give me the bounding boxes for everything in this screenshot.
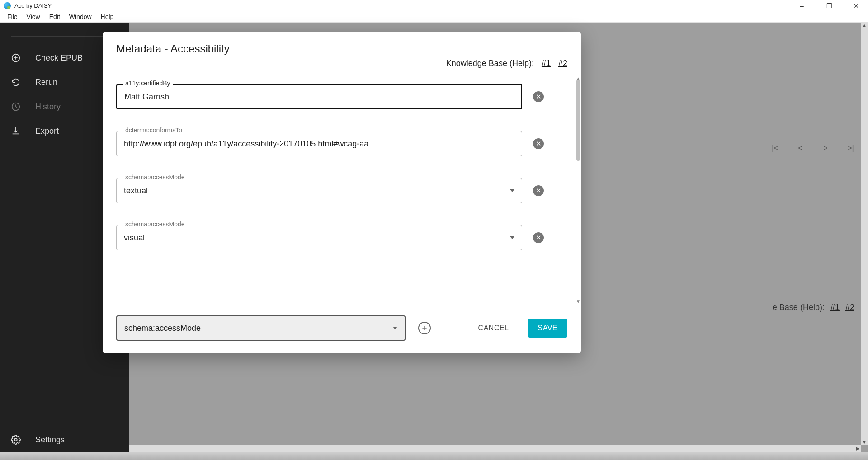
conformsto-input[interactable] [116, 131, 522, 156]
field-accessmode-2: schema:accessMode visual [116, 225, 522, 250]
field-certifiedby: a11y:certifiedBy [116, 84, 522, 109]
close-icon[interactable]: ✕ [848, 2, 864, 9]
page-first-icon[interactable]: |< [767, 140, 783, 156]
pagination: |< < > >| [767, 140, 859, 156]
gear-icon [11, 435, 21, 445]
close-x-icon: ✕ [536, 140, 542, 148]
close-x-icon: ✕ [536, 93, 542, 101]
scroll-right-icon[interactable]: ▶ [854, 446, 861, 451]
menubar: File View Edit Window Help [0, 11, 868, 23]
accessmode-select-1[interactable]: textual [116, 178, 522, 203]
field-row-certifiedby: a11y:certifiedBy ✕ [116, 84, 569, 109]
delete-field-button[interactable]: ✕ [533, 91, 544, 102]
history-icon [11, 102, 21, 112]
kb-bg-link-1[interactable]: #1 [830, 303, 840, 312]
field-label: a11y:certifiedBy [123, 80, 173, 87]
sidebar-item-label: Export [35, 127, 59, 136]
chevron-down-icon [510, 189, 514, 192]
field-label: dcterms:conformsTo [123, 127, 185, 134]
field-row-accessmode-1: schema:accessMode textual ✕ [116, 178, 569, 203]
scroll-down-icon[interactable]: ▼ [576, 299, 581, 304]
download-icon [11, 126, 21, 136]
taskbar [0, 452, 868, 460]
certifiedby-input[interactable] [116, 84, 522, 109]
save-button[interactable]: SAVE [528, 319, 568, 338]
add-metadata-button[interactable] [418, 322, 431, 334]
select-value: textual [124, 186, 148, 196]
delete-field-button[interactable]: ✕ [533, 232, 544, 243]
chevron-down-icon [393, 327, 397, 329]
scroll-down-icon[interactable]: ▼ [861, 439, 868, 445]
scroll-up-icon[interactable]: ▲ [861, 23, 868, 28]
delete-field-button[interactable]: ✕ [533, 138, 544, 149]
sidebar-item-label: Settings [35, 435, 65, 445]
sidebar-item-label: Rerun [35, 78, 57, 87]
chevron-down-icon [510, 236, 514, 239]
dialog-header: Metadata - Accessibility Knowledge Base … [103, 32, 581, 75]
cancel-button[interactable]: CANCEL [472, 319, 515, 337]
accessmode-select-2[interactable]: visual [116, 225, 522, 250]
menu-view[interactable]: View [22, 12, 45, 21]
menu-file[interactable]: File [3, 12, 22, 21]
maximize-icon[interactable]: ❐ [821, 2, 837, 9]
svg-point-4 [14, 438, 17, 441]
field-accessmode-1: schema:accessMode textual [116, 178, 522, 203]
select-value: visual [124, 233, 145, 243]
vertical-scrollbar[interactable]: ▲ ▼ [861, 23, 868, 445]
window-controls: – ❐ ✕ [794, 2, 864, 9]
dialog-footer: schema:accessMode CANCEL SAVE [103, 305, 581, 353]
field-row-accessmode-2: schema:accessMode visual ✕ [116, 225, 569, 250]
page-last-icon[interactable]: >| [843, 140, 859, 156]
sidebar-item-settings[interactable]: Settings [0, 427, 129, 452]
menu-window[interactable]: Window [65, 12, 96, 21]
plus-icon [421, 324, 428, 332]
plus-circle-icon [11, 53, 21, 63]
close-x-icon: ✕ [536, 187, 542, 195]
sidebar-item-label: Check EPUB [35, 53, 83, 63]
menu-help[interactable]: Help [96, 12, 118, 21]
menu-edit[interactable]: Edit [45, 12, 65, 21]
minimize-icon[interactable]: – [794, 2, 810, 9]
page-prev-icon[interactable]: < [792, 140, 808, 156]
horizontal-scrollbar[interactable]: ▶ [129, 445, 861, 452]
close-x-icon: ✕ [536, 234, 542, 242]
sidebar-divider [11, 36, 118, 37]
kb-bg-label: e Base (Help): [773, 303, 825, 312]
kb-help-link-1[interactable]: #1 [542, 59, 551, 68]
field-row-conformsto: dcterms:conformsTo ✕ [116, 131, 569, 156]
kb-help: Knowledge Base (Help): #1 #2 [116, 59, 567, 68]
refresh-icon [11, 77, 21, 87]
dialog-scrollbar[interactable]: ▲ ▼ [576, 79, 581, 301]
add-metadata-select[interactable]: schema:accessMode [116, 315, 406, 341]
kb-bg-link-2[interactable]: #2 [845, 303, 854, 312]
kb-help-label: Knowledge Base (Help): [446, 59, 534, 68]
dialog-body: a11y:certifiedBy ✕ dcterms:conformsTo ✕ [103, 75, 581, 305]
dialog-title: Metadata - Accessibility [116, 42, 567, 55]
kb-help-background: e Base (Help): #1 #2 [773, 303, 854, 312]
delete-field-button[interactable]: ✕ [533, 185, 544, 196]
scrollbar-thumb[interactable] [576, 80, 580, 161]
field-label: schema:accessMode [123, 174, 188, 181]
app-title: Ace by DAISY [14, 2, 52, 9]
page-next-icon[interactable]: > [817, 140, 834, 156]
sidebar-item-label: History [35, 102, 61, 112]
select-value: schema:accessMode [124, 324, 201, 333]
field-label: schema:accessMode [123, 221, 188, 228]
dialog-scroll-area[interactable]: a11y:certifiedBy ✕ dcterms:conformsTo ✕ [116, 75, 574, 305]
kb-help-link-2[interactable]: #2 [558, 59, 567, 68]
metadata-accessibility-dialog: Metadata - Accessibility Knowledge Base … [103, 32, 581, 353]
titlebar: Ace by DAISY – ❐ ✕ [0, 0, 868, 11]
field-conformsto: dcterms:conformsTo [116, 131, 522, 156]
app-icon [4, 2, 11, 9]
